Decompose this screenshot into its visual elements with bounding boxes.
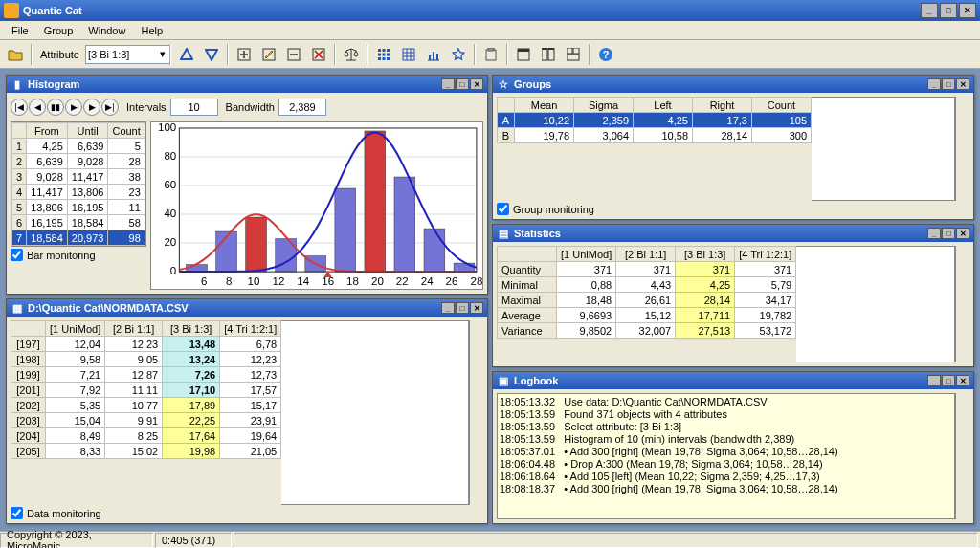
datafile-min[interactable]: _ [441,302,455,314]
table-row[interactable]: Maximal18,4826,6128,1434,17 [498,293,796,308]
table-row[interactable]: 616,19518,58458 [12,215,145,230]
logbook-min[interactable]: _ [927,375,941,386]
windows2-button[interactable] [537,43,560,66]
table-row[interactable]: B19,783,06410,5828,14300 [498,128,812,143]
statistics-window: ▤ Statistics _□✕ [1 UniMod][2 Bi 1:1][3 … [492,224,974,367]
open-button[interactable] [4,43,27,66]
menu-window[interactable]: Window [80,23,133,38]
groups-max[interactable]: □ [942,78,955,90]
intervals-input[interactable] [170,99,218,116]
menu-group[interactable]: Group [36,23,81,38]
histogram-table[interactable]: FromUntilCount14,256,639526,6399,0282839… [11,122,145,246]
grid-button[interactable] [372,43,395,66]
svg-text:26: 26 [445,275,457,287]
groups-scrollbar[interactable] [955,97,969,201]
table-row[interactable]: 14,256,6395 [12,139,145,154]
delete-button[interactable] [307,43,330,66]
group-monitoring-checkbox[interactable] [497,203,509,215]
table-row[interactable]: Quantity371371371371 [498,262,796,277]
logbook-scrollbar[interactable] [955,393,969,519]
attribute-select[interactable] [85,45,171,64]
table-row[interactable]: 718,58420,97398 [12,230,145,246]
histogram-chart[interactable]: 0204060801006810121416182022242628 [150,121,483,290]
bar-monitoring-checkbox[interactable] [11,249,23,261]
svg-text:80: 80 [164,150,176,162]
histogram-icon: ▮ [11,77,24,91]
play-button[interactable]: ▶ [65,99,82,116]
svg-rect-26 [573,48,579,54]
stats-min[interactable]: _ [927,228,941,239]
svg-rect-18 [488,48,494,51]
groups-icon: ☆ [497,77,510,91]
table-row[interactable]: [201]7,9211,1117,1017,57 [11,383,281,398]
table-row[interactable]: [204]8,498,2517,6419,64 [11,428,281,444]
pause-button[interactable]: ▮▮ [47,99,64,116]
help-button[interactable]: ? [594,43,617,66]
prev-button[interactable]: ◀ [29,99,46,116]
balance-button[interactable] [340,43,363,66]
triangle-down-button[interactable] [200,43,223,66]
stats-close[interactable]: ✕ [956,228,969,239]
star-button[interactable] [447,43,470,66]
bandwidth-input[interactable] [278,99,326,116]
groups-min[interactable]: _ [927,78,941,90]
table-row[interactable]: [199]7,2112,877,2612,73 [11,367,281,383]
add-button[interactable] [233,43,256,66]
stats-max[interactable]: □ [942,228,955,239]
table-row[interactable]: [197]12,0412,2313,486,78 [11,337,281,352]
table-row[interactable]: Average9,669315,1217,71119,782 [498,308,796,323]
svg-rect-10 [378,57,381,60]
maximize-button[interactable]: □ [940,3,957,18]
svg-text:18: 18 [346,275,359,287]
menu-file[interactable]: File [4,23,36,38]
data-table[interactable]: [1 UniMod][2 Bi 1:1][3 Bi 1:3][4 Tri 1:2… [11,320,281,459]
table-row[interactable]: [202]5,3510,7717,8915,17 [11,398,281,413]
table-row[interactable]: Variance9,850232,00727,51353,172 [498,323,796,339]
table-row[interactable]: 411,41713,80623 [12,185,145,200]
table-row[interactable]: Minimal0,884,434,255,79 [498,277,796,293]
close-button[interactable]: ✕ [959,3,976,18]
table-row[interactable]: 39,02811,41738 [12,169,145,185]
bandwidth-label: Bandwidth [226,101,275,113]
minimize-button[interactable]: _ [921,3,938,18]
groups-close[interactable]: ✕ [956,78,969,90]
svg-text:28: 28 [470,275,482,287]
table-button[interactable] [397,43,420,66]
datafile-max[interactable]: □ [456,302,469,314]
clipboard-button[interactable] [479,43,502,66]
histogram-min[interactable]: _ [441,78,455,90]
table-row[interactable]: 513,80616,19511 [12,200,145,215]
logbook-close[interactable]: ✕ [956,375,969,386]
group-monitoring-label: Group monitoring [513,204,594,215]
attribute-label: Attribute [40,49,79,60]
remove-button[interactable] [282,43,305,66]
statistics-title: Statistics [514,228,927,239]
svg-text:24: 24 [421,275,434,287]
menu-help[interactable]: Help [133,23,170,38]
last-button[interactable]: ▶| [101,99,119,116]
stats-scrollbar[interactable] [955,246,969,362]
groups-table[interactable]: MeanSigmaLeftRightCountA10,222,3594,2517… [497,97,812,143]
svg-text:0: 0 [170,265,176,276]
svg-text:20: 20 [371,275,384,287]
table-row[interactable]: [198]9,589,0513,2412,23 [11,352,281,367]
edit-button[interactable] [257,43,280,66]
logbook-max[interactable]: □ [942,375,955,386]
datafile-scrollbar[interactable] [469,320,483,505]
table-row[interactable]: [205]8,3315,0219,9821,05 [11,444,281,459]
table-row[interactable]: A10,222,3594,2517,3105 [498,113,812,128]
triangle-up-button[interactable] [175,43,198,66]
data-monitoring-checkbox[interactable] [11,507,23,519]
datafile-close[interactable]: ✕ [470,302,483,314]
first-button[interactable]: |◀ [11,99,28,116]
table-row[interactable]: 26,6399,02828 [12,154,145,169]
histogram-max[interactable]: □ [456,78,469,90]
windows1-button[interactable] [512,43,535,66]
windows3-button[interactable] [562,43,585,66]
logbook-content: 18:05:13.32 Use data: D:\Quantic Cat\NOR… [497,393,955,519]
table-row[interactable]: [203]15,049,9122,2523,91 [11,413,281,428]
chart-button[interactable] [422,43,445,66]
histogram-close[interactable]: ✕ [470,78,483,90]
stats-table[interactable]: [1 UniMod][2 Bi 1:1][3 Bi 1:3][4 Tri 1:2… [497,246,796,339]
next-button[interactable]: ▶ [83,99,100,116]
